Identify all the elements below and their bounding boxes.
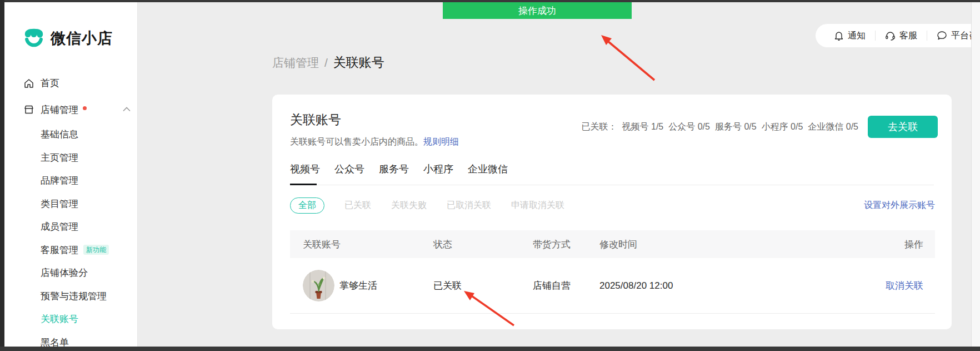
- bell-icon: [834, 31, 844, 41]
- stats-official-account: 公众号 0/5: [668, 121, 710, 133]
- sidebar-item-experience-score[interactable]: 店铺体验分: [4, 261, 137, 285]
- annotation-arrow-to-toast: [601, 35, 654, 80]
- notification-dot: [83, 106, 87, 110]
- notifications-label: 通知: [848, 30, 866, 42]
- home-icon: [23, 78, 34, 89]
- stats-label: 已关联：: [582, 121, 617, 133]
- sidebar-item-linked-accounts[interactable]: 关联账号: [4, 308, 137, 331]
- brand-name: 微信小店: [51, 28, 113, 48]
- table-row: 掌够生活 已关联 店铺自营 2025/08/20 12:00 取消关联: [290, 258, 935, 314]
- tab-wecom[interactable]: 企业微信: [468, 162, 508, 185]
- brand-logo: 微信小店: [23, 27, 113, 50]
- account-status: 已关联: [433, 279, 533, 292]
- filter-cancelled[interactable]: 已取消关联: [447, 200, 491, 211]
- rules-detail-link[interactable]: 规则明细: [423, 137, 459, 146]
- sidebar-item-customer-service[interactable]: 客服管理 新功能: [4, 239, 137, 262]
- customer-service-label: 客服: [899, 30, 917, 42]
- sidebar-item-label: 首页: [41, 77, 59, 90]
- storefront-icon: [23, 104, 34, 115]
- account-avatar: [303, 270, 334, 301]
- breadcrumb: 店铺管理 / 关联账号: [272, 54, 384, 71]
- column-modified-time: 修改时间: [599, 238, 879, 251]
- new-feature-badge: 新功能: [83, 245, 109, 255]
- account-sales-mode: 店铺自营: [533, 279, 599, 292]
- filter-linked[interactable]: 已关联: [344, 200, 371, 211]
- toast-message: 操作成功: [518, 4, 556, 17]
- wechat-shop-admin-page: { "brand": { "name": "微信小店" }, "toast": …: [0, 0, 980, 351]
- display-accounts-link[interactable]: 设置对外展示账号: [864, 200, 935, 211]
- panel-header-right: 已关联： 视频号 1/5 公众号 0/5 服务号 0/5 小程序 0/5 企业微…: [582, 116, 938, 138]
- stats-channels-video: 视频号 1/5: [622, 121, 664, 133]
- status-filters: 全部 已关联 关联失败 已取消关联 申请取消关联 设置对外展示账号: [290, 197, 935, 214]
- sidebar-item-homepage[interactable]: 主页管理: [4, 146, 137, 170]
- account-type-tabs: 视频号 公众号 服务号 小程序 企业微信: [290, 162, 934, 185]
- sidebar-group-shop-management[interactable]: 店铺管理: [4, 96, 137, 123]
- linked-accounts-panel: 关联账号 关联账号可以售卖小店内的商品。规则明细 已关联： 视频号 1/5 公众…: [272, 95, 952, 329]
- table-header-row: 关联账号 状态 带货方式 修改时间 操作: [290, 230, 935, 258]
- sidebar-item-label: 品牌管理: [41, 174, 78, 187]
- description-text: 关联账号可以售卖小店内的商品。: [290, 137, 423, 146]
- sidebar-item-home[interactable]: 首页: [4, 70, 137, 96]
- column-account: 关联账号: [303, 238, 433, 251]
- filter-all[interactable]: 全部: [290, 197, 324, 214]
- account-name: 掌够生活: [339, 279, 377, 292]
- headset-icon: [885, 31, 896, 41]
- sidebar: 微信小店 首页 店铺管理 基础信息 主页管理 品牌管理 类目管理 成员管理 客服…: [4, 2, 138, 347]
- stats-wecom: 企业微信 0/5: [808, 121, 858, 133]
- sidebar-item-label: 基础信息: [41, 128, 78, 141]
- sidebar-group-label: 店铺管理: [41, 103, 78, 116]
- sidebar-item-label: 预警与违规管理: [41, 290, 107, 303]
- tab-service-account[interactable]: 服务号: [379, 162, 409, 185]
- breadcrumb-separator: /: [324, 56, 328, 70]
- shop-logo-icon: [23, 27, 44, 50]
- window-frame-bottom: [0, 347, 980, 351]
- sidebar-item-label: 主页管理: [41, 151, 78, 164]
- chat-bubble-icon: [937, 31, 947, 41]
- cancel-link-action[interactable]: 取消关联: [886, 280, 923, 291]
- page-scrollbar[interactable]: [971, 2, 980, 347]
- tab-mini-program[interactable]: 小程序: [423, 162, 453, 185]
- breadcrumb-parent[interactable]: 店铺管理: [272, 55, 319, 71]
- stats-mini-program: 小程序 0/5: [762, 121, 803, 133]
- stats-service-account: 服务号 0/5: [715, 121, 757, 133]
- linked-accounts-table: 关联账号 状态 带货方式 修改时间 操作: [290, 230, 935, 314]
- notifications-button[interactable]: 通知: [824, 30, 875, 42]
- topbar-quick-actions: 通知 客服 平台咨询: [816, 24, 980, 47]
- column-status: 状态: [433, 238, 533, 251]
- window-frame-left: [0, 0, 4, 351]
- tab-channels-video[interactable]: 视频号: [290, 162, 320, 185]
- sidebar-item-basic-info[interactable]: 基础信息: [4, 123, 137, 146]
- sidebar-item-violation-management[interactable]: 预警与违规管理: [4, 285, 137, 308]
- panel-header: 关联账号 关联账号可以售卖小店内的商品。规则明细 已关联： 视频号 1/5 公众…: [272, 95, 952, 148]
- panel-description: 关联账号可以售卖小店内的商品。规则明细: [290, 136, 935, 148]
- sidebar-item-label: 店铺体验分: [41, 266, 88, 279]
- sidebar-item-label: 成员管理: [41, 220, 78, 233]
- sidebar-nav: 首页 店铺管理 基础信息 主页管理 品牌管理 类目管理 成员管理 客服管理 新功…: [4, 70, 137, 351]
- sidebar-item-label: 客服管理: [41, 244, 78, 256]
- sidebar-item-label: 关联账号: [41, 313, 78, 325]
- chevron-up-icon[interactable]: [123, 107, 131, 112]
- linked-stats: 已关联： 视频号 1/5 公众号 0/5 服务号 0/5 小程序 0/5 企业微…: [582, 121, 858, 133]
- account-modified-time: 2025/08/20 12:00: [599, 280, 879, 291]
- tab-official-account[interactable]: 公众号: [334, 162, 364, 185]
- sidebar-item-category[interactable]: 类目管理: [4, 192, 137, 216]
- sidebar-item-label: 类目管理: [41, 197, 78, 210]
- sidebar-item-brand[interactable]: 品牌管理: [4, 169, 137, 192]
- breadcrumb-current: 关联账号: [333, 54, 384, 71]
- column-sales-mode: 带货方式: [533, 238, 599, 251]
- success-toast: 操作成功: [443, 2, 632, 19]
- go-link-button[interactable]: 去关联: [868, 116, 938, 138]
- filter-failed[interactable]: 关联失败: [391, 200, 427, 211]
- filter-cancel-requested[interactable]: 申请取消关联: [511, 200, 564, 211]
- column-action: 操作: [879, 238, 935, 251]
- customer-service-button[interactable]: 客服: [876, 30, 927, 42]
- sidebar-item-members[interactable]: 成员管理: [4, 215, 137, 239]
